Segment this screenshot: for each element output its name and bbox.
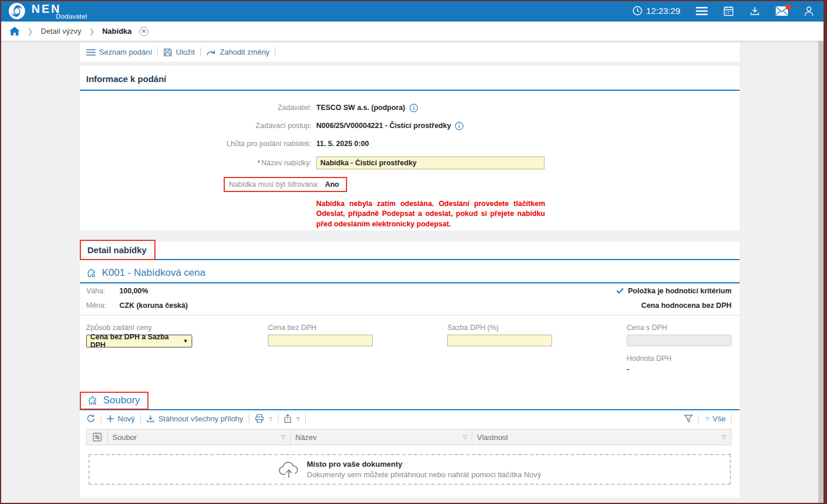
column-header-vlastnost[interactable]: Vlastnost▽ bbox=[472, 430, 731, 445]
cena-s-dph-input bbox=[627, 335, 731, 346]
postup-value: N006/25/V00004221 - Čistící prostředky bbox=[316, 122, 451, 130]
separator bbox=[101, 414, 101, 423]
filter-button[interactable] bbox=[684, 414, 693, 423]
undo-icon bbox=[206, 48, 217, 56]
required-mark: * bbox=[257, 159, 260, 167]
nazev-label: Název nabídky: bbox=[261, 159, 312, 167]
detail-nabidky-title: Detail nabídky bbox=[80, 240, 155, 260]
discard-changes-button[interactable]: Zahodit změny bbox=[206, 48, 270, 56]
field-zadavaci-postup: Zadávací postup: N006/25/V00004221 - Čis… bbox=[86, 120, 740, 131]
hodnoceni-text: Cena hodnocena bez DPH bbox=[641, 301, 731, 310]
chevron-down-icon: ▽ bbox=[705, 416, 709, 421]
files-table-header: Soubor▽ Název▽ Vlastnost▽ bbox=[86, 429, 731, 445]
print-button[interactable]: ▽ bbox=[255, 414, 273, 423]
top-bar: NEN Dodavatel 12:23:29 bbox=[0, 0, 827, 22]
separator bbox=[275, 48, 275, 56]
separator bbox=[278, 414, 278, 423]
dropzone-title: Místo pro vaše dokumenty bbox=[307, 460, 542, 468]
not-sent-warning: Nabídka nebyla zatím odeslána. Odeslání … bbox=[316, 199, 545, 229]
clock-icon bbox=[632, 6, 642, 16]
hodnota-dph-value: - bbox=[627, 365, 733, 374]
column-header-soubor[interactable]: Soubor▽ bbox=[108, 430, 291, 445]
download-all-button[interactable]: Stáhnout všechny přílohy bbox=[146, 414, 243, 423]
soubory-title: Soubory bbox=[103, 395, 140, 406]
separator bbox=[200, 48, 201, 56]
brand-subtitle: Dodavatel bbox=[56, 13, 87, 20]
vaha-label: Váha: bbox=[86, 287, 119, 295]
puzzle-icon bbox=[86, 268, 97, 278]
info-icon[interactable] bbox=[455, 122, 464, 130]
dropzone-subtitle: Dokumenty sem můžete přetáhnout nebo nah… bbox=[307, 470, 542, 479]
k001-header: K001 - Nabídková cena bbox=[80, 267, 740, 283]
clock-time: 12:23:29 bbox=[646, 6, 680, 16]
cena-bez-dph-cell: Cena bez DPH bbox=[268, 324, 447, 374]
lhuta-value: 11. 5. 2025 0:00 bbox=[316, 140, 369, 148]
info-section-title: Informace k podání bbox=[80, 66, 740, 91]
breadcrumb-item-nabidka[interactable]: Nabídka bbox=[102, 27, 132, 36]
printer-icon bbox=[255, 414, 264, 423]
zpusob-zadani-cell: Způsob zadání ceny Cena bez DPH a Sazba … bbox=[86, 324, 268, 374]
chevron-down-icon: ▽ bbox=[296, 416, 300, 421]
soubory-header: Soubory bbox=[80, 392, 149, 410]
separator bbox=[698, 414, 699, 423]
session-clock: 12:23:29 bbox=[632, 6, 680, 16]
close-tab-icon[interactable]: ✕ bbox=[139, 27, 149, 36]
new-file-button[interactable]: Nový bbox=[107, 414, 135, 423]
file-dropzone[interactable]: Místo pro vaše dokumenty Dokumenty sem m… bbox=[89, 454, 731, 485]
puzzle-icon bbox=[87, 395, 98, 406]
mena-row: Měna: CZK (koruna česká) Cena hodnocena … bbox=[80, 298, 740, 313]
vaha-row: Váha: 100,00% Položka je hodnotící krité… bbox=[80, 283, 740, 298]
cena-s-dph-cell: Cena s DPH Hodnota DPH - bbox=[627, 324, 733, 374]
user-icon[interactable] bbox=[804, 6, 814, 16]
nen-logo-icon bbox=[8, 2, 26, 20]
plus-icon bbox=[107, 415, 114, 423]
filter-caret-icon[interactable]: ▽ bbox=[463, 434, 467, 440]
breadcrumb-item-detail-vyzvy[interactable]: Detail výzvy bbox=[41, 27, 81, 36]
list-icon bbox=[86, 49, 96, 56]
seznam-podani-button[interactable]: Seznam podání bbox=[86, 48, 152, 56]
action-toolbar: Seznam podání Uložit Zahodit změny bbox=[80, 42, 740, 62]
filter-caret-icon[interactable]: ▽ bbox=[722, 434, 726, 440]
sazba-dph-cell: Sazba DPH (%) bbox=[447, 324, 627, 374]
refresh-icon bbox=[86, 414, 96, 423]
column-header-nazev[interactable]: Název▽ bbox=[291, 430, 472, 445]
cena-bez-dph-input[interactable] bbox=[268, 335, 373, 346]
info-icon[interactable] bbox=[409, 104, 418, 112]
separator bbox=[249, 414, 249, 423]
lhuta-label: Lhůta pro podání nabídek: bbox=[86, 140, 312, 148]
zadavatel-label: Zadavatel: bbox=[86, 104, 312, 112]
files-toolbar: Nový Stáhnout všechny přílohy ▽ bbox=[80, 410, 740, 426]
sazba-dph-input[interactable] bbox=[447, 335, 552, 346]
home-icon[interactable] bbox=[9, 27, 20, 36]
breadcrumb-separator-icon: ❯ bbox=[27, 27, 33, 36]
save-icon bbox=[163, 48, 172, 57]
notification-dot bbox=[786, 4, 791, 10]
sifrovana-value: Ano bbox=[325, 180, 339, 189]
cena-bez-dph-label: Cena bez DPH bbox=[268, 324, 447, 332]
postup-label: Zadávací postup: bbox=[86, 122, 312, 130]
messages-icon[interactable] bbox=[776, 6, 788, 16]
calendar-icon[interactable] bbox=[723, 6, 734, 16]
sazba-dph-label: Sazba DPH (%) bbox=[447, 324, 627, 332]
breadcrumb: ❯ Detail výzvy ❯ Nabídka ✕ bbox=[0, 22, 827, 41]
k001-title: K001 - Nabídková cena bbox=[102, 267, 206, 279]
filter-caret-icon[interactable]: ▽ bbox=[281, 434, 285, 440]
refresh-button[interactable] bbox=[86, 414, 96, 423]
menu-icon[interactable] bbox=[696, 6, 708, 16]
share-icon bbox=[284, 414, 292, 423]
separator bbox=[305, 414, 306, 423]
filter-vse-button[interactable]: ▽ Vše bbox=[704, 414, 726, 423]
vertical-scrollbar[interactable] bbox=[818, 41, 824, 503]
save-button[interactable]: Uložit bbox=[163, 48, 195, 57]
cloud-upload-icon bbox=[278, 460, 299, 479]
zpusob-zadani-select[interactable]: Cena bez DPH a Sazba DPH ▼ bbox=[86, 335, 192, 347]
column-settings-button[interactable] bbox=[87, 430, 108, 445]
brand: NEN Dodavatel bbox=[8, 0, 84, 22]
vaha-value: 100,00% bbox=[119, 287, 148, 295]
sliders-icon bbox=[93, 432, 102, 442]
separator bbox=[140, 414, 141, 423]
nazev-nabidky-input[interactable] bbox=[316, 157, 545, 169]
export-button[interactable]: ▽ bbox=[284, 414, 300, 423]
cena-s-dph-label: Cena s DPH bbox=[627, 324, 733, 332]
download-icon[interactable] bbox=[750, 6, 760, 16]
